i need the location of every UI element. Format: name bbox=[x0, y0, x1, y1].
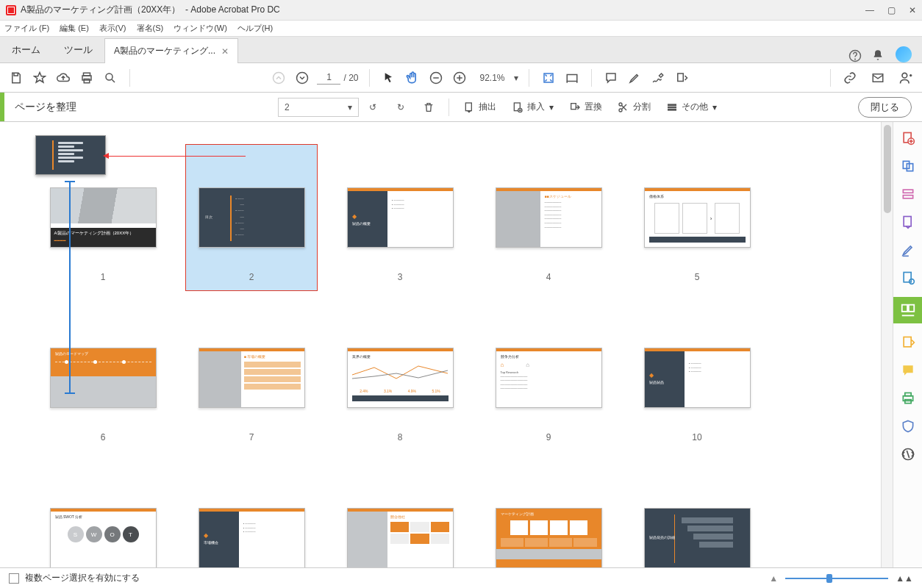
close-panel-button[interactable]: 閉じる bbox=[858, 97, 912, 118]
page-up-icon[interactable] bbox=[270, 69, 287, 87]
share-link-icon[interactable] bbox=[841, 69, 859, 87]
right-tool-rail bbox=[893, 122, 922, 567]
tool-edit-icon[interactable] bbox=[899, 185, 917, 203]
tab-close-icon[interactable]: ✕ bbox=[221, 46, 229, 57]
menu-edit[interactable]: 編集 (E) bbox=[60, 23, 89, 34]
svg-rect-33 bbox=[901, 305, 907, 312]
page-select-dropdown[interactable]: 2 ▾ bbox=[278, 98, 359, 117]
tool-comment-icon[interactable] bbox=[899, 362, 917, 379]
arrow-cursor-icon[interactable] bbox=[380, 69, 398, 87]
tool-protect-icon[interactable] bbox=[899, 417, 917, 435]
tool-export-icon[interactable] bbox=[899, 213, 917, 231]
page-thumb-11[interactable]: 製品 SWOT 分析SWOT bbox=[37, 465, 169, 567]
fit-width-icon[interactable] bbox=[563, 69, 581, 87]
extract-button[interactable]: 抽出 bbox=[455, 93, 504, 121]
email-icon[interactable] bbox=[869, 69, 887, 87]
window-title: A製品のマーケティング計画（20XX年） - Adobe Acrobat Pro… bbox=[21, 4, 865, 16]
share-person-icon[interactable] bbox=[897, 69, 915, 87]
total-pages-label: / 20 bbox=[343, 73, 358, 83]
page-thumb-8[interactable]: 業界の概要2.4%3.1%4.9%5.1% 8 bbox=[334, 304, 466, 457]
sub-toolbar: ページを整理 2 ▾ ↺ ↻ 抽出 挿入▾ 置換 分割 その他▾ 閉じる bbox=[0, 93, 922, 122]
insert-cap-bottom bbox=[65, 392, 75, 394]
thumbnail-area[interactable]: A製品のマーケティング計画（20XX年） ▬▬▬▬ 1 ▪ ───── ▪ ──… bbox=[0, 122, 881, 567]
svg-point-6 bbox=[274, 72, 285, 83]
page-number: 10 bbox=[692, 432, 701, 442]
tab-tools[interactable]: ツール bbox=[52, 37, 104, 62]
drag-preview bbox=[35, 135, 106, 175]
page-number: 8 bbox=[398, 432, 403, 442]
rotate-ccw-button[interactable]: ↺ bbox=[359, 93, 387, 121]
print-icon[interactable] bbox=[78, 69, 96, 87]
svg-rect-30 bbox=[904, 217, 911, 226]
tool-print-icon[interactable] bbox=[899, 390, 917, 407]
svg-rect-23 bbox=[668, 109, 676, 110]
page-number: 1 bbox=[101, 272, 106, 282]
rotate-cw-button[interactable]: ↻ bbox=[387, 93, 415, 121]
svg-rect-21 bbox=[668, 104, 676, 105]
multiselect-checkbox[interactable] bbox=[9, 573, 19, 584]
bell-icon[interactable] bbox=[872, 49, 882, 60]
tab-document-label: A製品のマーケティング... bbox=[114, 45, 215, 57]
split-button[interactable]: 分割 bbox=[610, 93, 658, 121]
chevron-down-icon: ▾ bbox=[514, 73, 518, 83]
page-down-icon[interactable] bbox=[293, 69, 311, 87]
zoom-value: 92.1% bbox=[474, 71, 511, 85]
fit-page-icon[interactable] bbox=[540, 69, 557, 87]
tool-organize-pages-icon[interactable] bbox=[893, 297, 923, 323]
insert-button[interactable]: 挿入▾ bbox=[504, 93, 561, 121]
menu-view[interactable]: 表示(V) bbox=[99, 23, 126, 34]
scrollbar-thumb[interactable] bbox=[884, 125, 891, 213]
tab-home[interactable]: ホーム bbox=[0, 37, 52, 62]
page-thumb-2[interactable]: ▪ ───── ▪ ───── ▪ ───── ▪ ─── 目次 2 bbox=[185, 144, 318, 297]
avatar[interactable] bbox=[896, 46, 912, 62]
svg-rect-11 bbox=[567, 74, 577, 81]
tool-sign-icon[interactable] bbox=[899, 241, 917, 259]
delete-button[interactable] bbox=[415, 93, 443, 121]
comment-icon[interactable] bbox=[602, 69, 620, 87]
sign-icon[interactable] bbox=[649, 69, 667, 87]
hand-icon[interactable] bbox=[404, 69, 421, 87]
scrollbar-vertical[interactable] bbox=[881, 122, 893, 567]
tool-more-icon[interactable] bbox=[899, 445, 917, 463]
save-icon[interactable] bbox=[7, 69, 25, 87]
page-thumb-12[interactable]: ◆市場機会• ─────• ─────• ───── bbox=[185, 465, 318, 567]
other-button[interactable]: その他▾ bbox=[658, 93, 724, 121]
page-thumb-6[interactable]: 製品のロードマップ 6 bbox=[37, 304, 169, 457]
page-thumb-13[interactable]: 競合他社 bbox=[334, 465, 466, 567]
replace-button[interactable]: 置換 bbox=[561, 93, 610, 121]
help-icon[interactable] bbox=[848, 49, 859, 60]
cloud-up-icon[interactable] bbox=[54, 69, 72, 87]
highlight-icon[interactable] bbox=[626, 69, 643, 87]
svg-point-7 bbox=[297, 72, 308, 83]
page-thumb-9[interactable]: 競争力分析⌂⌂Top Research─────────────────────… bbox=[482, 304, 615, 457]
tool-create-pdf-icon[interactable] bbox=[899, 129, 917, 147]
tool-combine-icon[interactable] bbox=[899, 157, 917, 175]
zoom-out-icon[interactable] bbox=[427, 69, 445, 87]
zoom-in-icon[interactable] bbox=[451, 69, 468, 87]
menu-help[interactable]: ヘルプ(H) bbox=[237, 23, 273, 34]
page-thumb-10[interactable]: ◆製品製品• ─────• ─────• ───── 10 bbox=[631, 304, 763, 457]
page-thumb-5[interactable]: 価格体系› 5 bbox=[631, 144, 763, 297]
stamp-icon[interactable] bbox=[673, 69, 690, 87]
close-window-button[interactable]: ✕ bbox=[909, 5, 916, 15]
minimize-button[interactable]: — bbox=[865, 5, 874, 15]
zoom-select[interactable]: 92.1% ▾ bbox=[474, 71, 518, 85]
tab-document[interactable]: A製品のマーケティング... ✕ bbox=[104, 38, 238, 63]
page-thumb-3[interactable]: ◆製品の概要• ─────• ─────• ───── 3 bbox=[334, 144, 466, 297]
drag-arrow bbox=[106, 156, 246, 157]
tool-compress-icon[interactable] bbox=[899, 334, 917, 351]
page-thumb-4[interactable]: ■■スケジュール────────────────────────────────… bbox=[482, 144, 615, 297]
current-page-input[interactable]: 1 bbox=[317, 71, 340, 85]
page-thumb-15[interactable]: 製品発売の詳細 bbox=[631, 465, 763, 567]
menu-window[interactable]: ウィンドウ(W) bbox=[174, 23, 227, 34]
star-icon[interactable] bbox=[31, 69, 49, 87]
page-thumb-7[interactable]: ■ 市場の概要 7 bbox=[185, 304, 318, 457]
menu-file[interactable]: ファイル (F) bbox=[4, 23, 49, 34]
maximize-button[interactable]: ▢ bbox=[887, 5, 896, 15]
zoom-small-icon: ▲ bbox=[769, 573, 778, 584]
page-thumb-14[interactable]: マーケティング計画 bbox=[482, 465, 615, 567]
menu-sign[interactable]: 署名(S) bbox=[137, 23, 164, 34]
search-icon[interactable] bbox=[101, 69, 119, 87]
tool-share-icon[interactable] bbox=[899, 269, 917, 287]
thumbnail-zoom-slider[interactable]: ▲ ▲▲ bbox=[769, 573, 913, 584]
